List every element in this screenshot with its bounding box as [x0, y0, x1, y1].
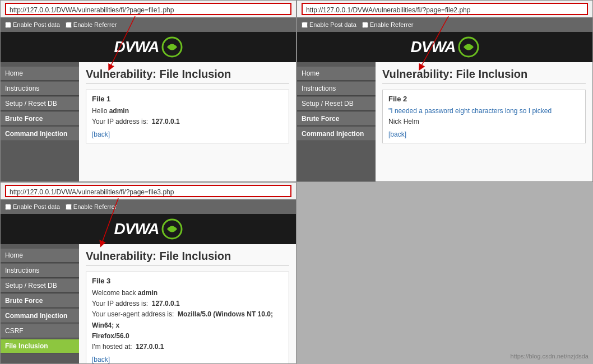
sidebar-brute-2[interactable]: Brute Force — [297, 112, 376, 126]
url-bar-1[interactable]: http://127.0.0.1/DVWA/vulnerabilities/fi… — [5, 3, 291, 15]
content-2: Home Instructions Setup / Reset DB Brute… — [297, 62, 592, 181]
url-bar-2[interactable]: http://127.0.0.1/DVWA/vulnerabilities/fi… — [302, 3, 588, 15]
empty-panel — [296, 182, 593, 364]
dvwa-header-2: DVWA — [297, 32, 592, 62]
sidebar-2: Home Instructions Setup / Reset DB Brute… — [297, 62, 376, 181]
dvwa-logo-2: DVWA — [410, 38, 455, 56]
toolbar-3: Enable Post data Enable Referrer — [1, 199, 296, 214]
main-content-2: Vulnerability: File Inclusion File 2 "I … — [376, 62, 592, 181]
dvwa-logo-1: DVWA — [114, 38, 159, 56]
page-title-1: Vulnerability: File Inclusion — [86, 68, 289, 84]
sidebar-instructions-2[interactable]: Instructions — [297, 82, 376, 96]
sidebar-cmd-3[interactable]: Command Injection — [1, 309, 79, 323]
sidebar-cmd-2[interactable]: Command Injection — [297, 127, 376, 141]
panel-1: http://127.0.0.1/DVWA/vulnerabilities/fi… — [0, 0, 296, 182]
content-3: Home Instructions Setup / Reset DB Brute… — [1, 244, 296, 363]
content-1: Home Instructions Setup / Reset DB Brute… — [1, 62, 296, 181]
back-link-2[interactable]: [back] — [388, 130, 580, 138]
sidebar-setup-2[interactable]: Setup / Reset DB — [297, 97, 376, 111]
sidebar-setup-3[interactable]: Setup / Reset DB — [1, 279, 79, 293]
dvwa-header-1: DVWA — [1, 32, 296, 62]
file-box-1: File 1 Hello admin Your IP address is: 1… — [86, 90, 289, 143]
file-title-2: File 2 — [388, 95, 580, 103]
file-box-3: File 3 Welcome back admin Your IP addres… — [86, 272, 289, 363]
file-content-3: Welcome back admin Your IP address is: 1… — [92, 288, 283, 352]
panels-container: http://127.0.0.1/DVWA/vulnerabilities/fi… — [0, 0, 593, 364]
back-link-1[interactable]: [back] — [92, 130, 283, 138]
post-data-checkbox-3[interactable]: Enable Post data — [5, 203, 60, 210]
toolbar-2: Enable Post data Enable Referrer — [297, 17, 592, 32]
sidebar-home-3[interactable]: Home — [1, 249, 79, 263]
sidebar-setup-1[interactable]: Setup / Reset DB — [1, 97, 79, 111]
sidebar-3: Home Instructions Setup / Reset DB Brute… — [1, 244, 79, 363]
dvwa-icon-2 — [458, 36, 479, 58]
dvwa-header-3: DVWA — [1, 214, 296, 244]
panel-3: http://127.0.0.1/DVWA/vulnerabilities/fi… — [0, 182, 296, 364]
toolbar-1: Enable Post data Enable Referrer — [1, 17, 296, 32]
dvwa-logo-3: DVWA — [114, 220, 159, 238]
file-title-1: File 1 — [92, 95, 283, 103]
file-content-1: Hello admin Your IP address is: 127.0.0.… — [92, 106, 283, 127]
sidebar-brute-1[interactable]: Brute Force — [1, 112, 79, 126]
url-bar-3[interactable]: http://127.0.0.1/DVWA/vulnerabilities/fi… — [5, 185, 291, 197]
sidebar-home-1[interactable]: Home — [1, 67, 79, 81]
referrer-checkbox-3[interactable]: Enable Referrer — [66, 203, 117, 210]
dvwa-icon-1 — [161, 36, 183, 58]
sidebar-fi-3[interactable]: File Inclusion — [1, 339, 79, 353]
file-content-2: "I needed a password eight characters lo… — [388, 106, 580, 127]
sidebar-instructions-1[interactable]: Instructions — [1, 82, 79, 96]
sidebar-instructions-3[interactable]: Instructions — [1, 264, 79, 278]
post-data-checkbox-1[interactable]: Enable Post data — [5, 21, 60, 28]
watermark: https://blog.csdn.net/nzjdsda — [511, 353, 589, 360]
file-title-3: File 3 — [92, 277, 283, 285]
sidebar-csrf-3[interactable]: CSRF — [1, 324, 79, 338]
file-box-2: File 2 "I needed a password eight charac… — [382, 90, 586, 143]
referrer-checkbox-1[interactable]: Enable Referrer — [66, 21, 117, 28]
page-title-3: Vulnerability: File Inclusion — [86, 250, 289, 266]
page-title-2: Vulnerability: File Inclusion — [382, 68, 586, 84]
sidebar-brute-3[interactable]: Brute Force — [1, 294, 79, 308]
referrer-checkbox-2[interactable]: Enable Referrer — [362, 21, 414, 28]
dvwa-icon-3 — [161, 218, 183, 240]
sidebar-cmd-1[interactable]: Command Injection — [1, 127, 79, 141]
main-content-1: Vulnerability: File Inclusion File 1 Hel… — [79, 62, 296, 181]
back-link-3[interactable]: [back] — [92, 356, 283, 363]
post-data-checkbox-2[interactable]: Enable Post data — [302, 21, 356, 28]
main-content-3: Vulnerability: File Inclusion File 3 Wel… — [79, 244, 296, 363]
sidebar-home-2[interactable]: Home — [297, 67, 376, 81]
sidebar-1: Home Instructions Setup / Reset DB Brute… — [1, 62, 79, 181]
panel-2: http://127.0.0.1/DVWA/vulnerabilities/fi… — [296, 0, 593, 182]
